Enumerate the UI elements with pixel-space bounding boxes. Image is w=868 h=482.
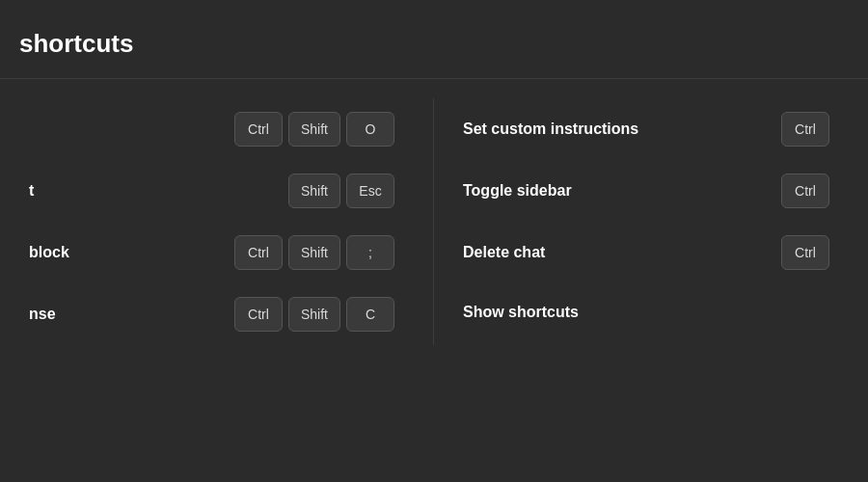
keys-delete: Ctrl (781, 235, 829, 270)
keys-custom: Ctrl (781, 112, 829, 147)
shortcuts-grid: Ctrl Shift O t Shift Esc block Ctrl Shif… (0, 79, 868, 364)
key-semicolon: ; (346, 235, 394, 270)
keys-block: Ctrl Shift ; (234, 235, 394, 270)
key-shift-2: Shift (288, 174, 340, 208)
key-ctrl-2: Ctrl (234, 235, 283, 270)
keys-sidebar: Ctrl (781, 174, 829, 208)
shortcut-label-custom: Set custom instructions (463, 120, 638, 138)
shortcut-label-sidebar: Toggle sidebar (463, 182, 579, 200)
keys-t: Shift Esc (288, 174, 394, 208)
key-c: C (346, 297, 394, 332)
shortcut-row-delete: Delete chat Ctrl (453, 222, 849, 283)
right-column: Set custom instructions Ctrl Toggle side… (434, 98, 868, 345)
key-ctrl-r1: Ctrl (781, 112, 829, 147)
key-shift-3: Shift (288, 235, 340, 270)
shortcut-row-custom: Set custom instructions Ctrl (453, 98, 849, 160)
key-shift: Shift (288, 112, 340, 147)
key-ctrl-r3: Ctrl (781, 235, 829, 270)
key-ctrl: Ctrl (234, 112, 283, 147)
key-o: O (346, 112, 394, 147)
key-shift-4: Shift (288, 297, 340, 332)
shortcut-row-block: block Ctrl Shift ; (19, 222, 414, 283)
shortcut-row-t: t Shift Esc (19, 160, 414, 222)
key-esc: Esc (346, 174, 394, 208)
title-section: shortcuts (0, 0, 868, 79)
shortcut-label-nse: nse (29, 306, 145, 323)
left-column: Ctrl Shift O t Shift Esc block Ctrl Shif… (0, 98, 434, 345)
page-title: shortcuts (19, 29, 829, 59)
shortcut-label-t: t (29, 182, 145, 200)
shortcut-row-nse: nse Ctrl Shift C (19, 283, 414, 345)
shortcut-label-delete: Delete chat (463, 244, 579, 261)
shortcut-row-sidebar: Toggle sidebar Ctrl (453, 160, 849, 222)
shortcut-label-block: block (29, 244, 145, 261)
key-ctrl-r2: Ctrl (781, 174, 829, 208)
page-container: shortcuts Ctrl Shift O t Shift Esc (0, 0, 868, 482)
keys-new-chat: Ctrl Shift O (234, 112, 394, 147)
keys-nse: Ctrl Shift C (234, 297, 394, 332)
shortcut-row-new-chat: Ctrl Shift O (19, 98, 414, 160)
shortcut-label-show-shortcuts: Show shortcuts (463, 304, 579, 321)
key-ctrl-3: Ctrl (234, 297, 283, 332)
shortcut-row-show-shortcuts: Show shortcuts (453, 283, 849, 341)
